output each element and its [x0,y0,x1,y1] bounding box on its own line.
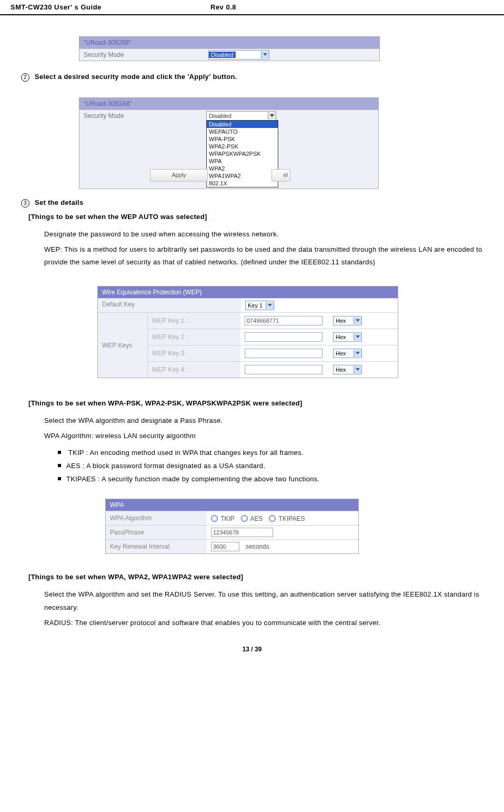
key-renewal-input[interactable] [211,542,239,551]
step-2-text: Select a desired security mode and click… [35,73,237,81]
wpa-table-header: WPA [106,499,358,511]
radio-tkip[interactable] [211,515,218,522]
radio-tkipaes[interactable] [269,515,276,522]
dropdown-option[interactable]: WPA [207,157,278,165]
ssid-cell: "URoad-305288" [79,37,379,49]
dropdown-option[interactable]: WPAPSKWPA2PSK [207,150,278,157]
wep-key-2-label: WEP Key 2 : [148,329,240,345]
security-mode-value: Disabled [209,52,236,58]
step-3-instruction: 3 Set the details [21,199,483,207]
passphrase-label: PassPhrase [106,526,207,539]
chevron-down-icon [354,317,361,324]
passphrase-input[interactable] [211,528,273,537]
wpapsk-p2: WPA Algorithm: wireless LAN security alg… [44,430,504,443]
chevron-down-icon [354,350,361,357]
ssid-cell-2: "URoad-3050A8" [79,98,378,110]
dropdown-option[interactable]: WPA-PSK [207,135,278,143]
page-number: 13 / 39 [0,646,504,653]
step-3-text: Set the details [35,199,84,206]
security-mode-select-open[interactable]: Disabled [206,111,276,121]
wep-key-4-type-select[interactable]: Hex [333,365,362,374]
wep-key-1-label: WEP Key 1 : [148,313,240,329]
doc-revision: Rev 0.8 [168,3,295,11]
wep-table-header: Wire Equivalence Protection (WEP) [98,286,398,298]
wep-key-2-input[interactable] [245,332,322,342]
wpa-algorithm-label: WPA Algorithm [106,511,207,525]
chevron-down-icon [354,333,361,341]
chevron-down-icon [266,302,274,309]
wep-key-3-type-select[interactable]: Hex [333,349,362,358]
wep-keys-label: WEP Keys [98,313,148,378]
radio-aes[interactable] [241,515,248,522]
key-renewal-unit: seconds [246,543,269,550]
default-key-select[interactable]: Key 1 [245,301,274,310]
radio-aes-label: AES [250,515,263,522]
wep-key-3-label: WEP Key 3 : [148,345,240,361]
security-mode-select[interactable]: Disabled [208,50,269,60]
radio-tkipaes-label: TKIPAES [279,515,305,522]
wep-paragraph-1: Designate the password to be used when a… [44,228,504,241]
default-key-value: Key 1 [246,302,266,309]
chevron-down-icon [354,366,361,373]
wep-key-4-label: WEP Key 4 : [148,362,240,378]
security-mode-current: Disabled [207,113,268,119]
wep-key-1-type-select[interactable]: Hex [333,316,362,325]
apply-button[interactable]: Apply [150,169,208,182]
bullet-aes: AES : A block password format designated… [58,462,504,470]
dropdown-option[interactable]: WEPAUTO [207,128,278,135]
step-2-instruction: 2 Select a desired security mode and cli… [21,73,483,82]
wep-key-1-input[interactable] [245,316,322,325]
wep-key-3-input[interactable] [245,349,322,358]
security-mode-panel-closed: "URoad-305288" Security Mode Disabled [79,36,380,61]
default-key-label: Default Key [98,299,241,312]
wep-key-2-type-select[interactable]: Hex [333,332,362,342]
chevron-down-icon [268,112,276,120]
key-renewal-label: Key Renewal Interval [106,540,207,553]
wpa-enterprise-p2: RADIUS: The client/server protocol and s… [44,617,504,630]
doc-title: SMT-CW230 User' s Guide [11,3,168,11]
bullet-tkip: TKIP : An encoding method used in WPA th… [58,449,504,457]
step-number-2: 2 [21,73,29,82]
wpapsk-heading: [Things to be set when WPA-PSK, WPA2-PSK… [28,399,483,407]
cancel-button-fragment[interactable]: el [271,169,290,182]
wpapsk-p1: Select the WPA algorithm and designate a… [44,414,504,428]
wpa-settings-table: WPA WPA Algorithm TKIP AES TKIPAES PassP… [105,499,359,554]
step-number-3: 3 [21,199,29,207]
security-mode-panel-open: "URoad-3050A8" Security Mode Disabled Di… [79,97,379,214]
algorithm-bullets: TKIP : An encoding method used in WPA th… [58,449,504,483]
radio-tkip-label: TKIP [220,515,235,522]
wep-heading: [Things to be set when the WEP AUTO was … [28,213,483,221]
header-rule [0,14,504,15]
doc-header: SMT-CW230 User' s Guide Rev 0.8 [0,0,504,13]
chevron-down-icon [261,51,269,58]
dropdown-option[interactable]: Disabled [207,121,278,128]
wep-settings-table: Wire Equivalence Protection (WEP) Defaul… [97,286,398,378]
wpa-enterprise-p1: Select the WPA algorithm and set the RAD… [44,588,504,614]
wep-key-4-input[interactable] [245,365,322,374]
dropdown-option[interactable]: WPA2-PSK [207,143,278,150]
wpa-enterprise-heading: [Things to be set when WPA, WPA2, WPA1WP… [28,573,483,581]
security-mode-label: Security Mode [79,49,206,61]
wep-paragraph-2: WEP: This is a method for users to arbit… [44,243,504,269]
bullet-tkipaes: TKIPAES : A security function made by co… [58,475,504,483]
